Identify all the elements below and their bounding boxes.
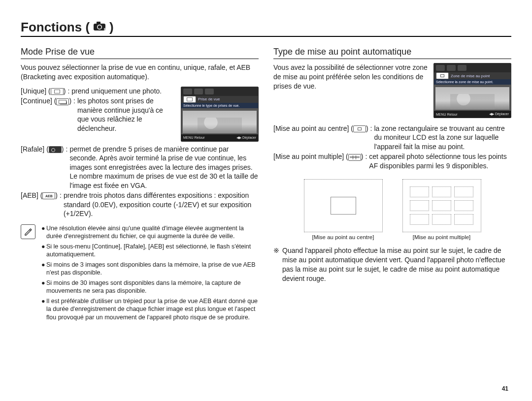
multi-af-diagram xyxy=(402,179,481,232)
single-shot-icon xyxy=(183,96,196,103)
left-column: Mode Prise de vue Vous pouvez sélectionn… xyxy=(21,47,259,323)
page-title: Fonctions ( xyxy=(21,20,90,35)
page-header: Fonctions ( Fn ) xyxy=(21,20,511,37)
af-type-definitions: [Mise au point au centre] () : la zone r… xyxy=(273,124,511,170)
camera-icon: Fn xyxy=(93,21,107,33)
af-color-note: ※ Quand l'appareil photo effectue la mis… xyxy=(273,246,511,283)
center-af-icon xyxy=(353,125,366,132)
page-number: 41 xyxy=(502,385,508,392)
burst-icon xyxy=(49,146,62,153)
center-af-icon xyxy=(436,72,449,79)
single-shot-icon xyxy=(51,88,64,95)
svg-point-3 xyxy=(98,26,101,29)
multi-af-icon xyxy=(348,154,361,161)
svg-rect-1 xyxy=(97,22,100,24)
af-diagrams: [Mise au point au centre] [Mise au point… xyxy=(273,179,511,240)
right-column: Type de mise au point automatique Zone d… xyxy=(273,47,511,323)
reference-mark-icon: ※ xyxy=(273,246,279,283)
aeb-icon xyxy=(42,192,55,199)
page-title-suffix: ) xyxy=(109,20,114,35)
svg-text:Fn: Fn xyxy=(104,28,107,31)
lcd-preview-left: Prise de vue Sélectionne le type de pris… xyxy=(181,87,259,142)
lcd-preview-right: Zone de mise au point Sélectionne la zon… xyxy=(433,63,511,118)
note-icon xyxy=(21,224,36,324)
section-heading-shooting-mode: Mode Prise de vue xyxy=(21,47,259,59)
intro-text-left: Vous pouvez sélectionner la prise de vue… xyxy=(21,63,259,82)
notes-block: ●Une résolution élevée ainsi qu'une qual… xyxy=(21,224,259,324)
section-heading-af-type: Type de mise au point automatique xyxy=(273,47,511,59)
center-af-diagram xyxy=(304,179,383,232)
continuous-icon xyxy=(56,98,69,105)
